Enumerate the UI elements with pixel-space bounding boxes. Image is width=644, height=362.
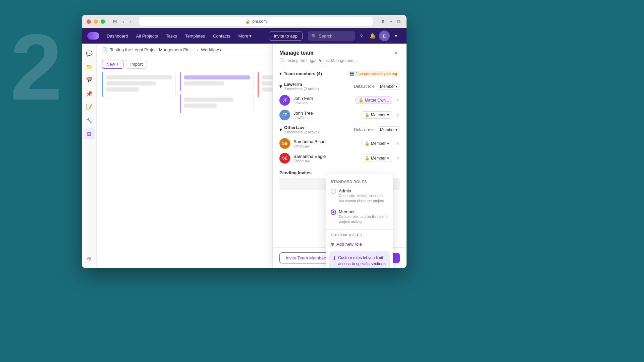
nav-more[interactable]: More ▾	[235, 32, 255, 40]
custom-roles-info-text: Custom roles let you limit access to spe…	[338, 255, 386, 268]
breadcrumb-separator: /	[197, 47, 198, 52]
otherlaw-default-role-select[interactable]: Member ▾	[378, 126, 400, 133]
sidebar-item-filter[interactable]: 🔧	[84, 115, 95, 126]
nav-templates[interactable]: Templates	[182, 32, 208, 40]
chevron-down-icon: ▾	[395, 84, 397, 89]
panel-title: Manage team	[279, 50, 313, 56]
add-new-role-button[interactable]: ⊕ Add new role	[326, 239, 393, 249]
doc-icon: 📄	[279, 58, 284, 63]
kanban-column-2	[180, 72, 254, 116]
minimize-traffic-light[interactable]	[94, 19, 98, 24]
tabs-btn[interactable]: ⧉	[396, 18, 402, 25]
invite-to-app-button[interactable]: Invite to app	[269, 32, 303, 41]
kanban-card[interactable]	[102, 72, 176, 97]
breadcrumb-current: Workflows	[201, 47, 221, 52]
custom-roles-info-box: ℹ Custom roles let you limit access to s…	[329, 251, 390, 268]
invite-team-members-button[interactable]: Invite Team Members	[279, 252, 334, 263]
import-button[interactable]: Import	[126, 60, 147, 69]
forward-btn[interactable]: ›	[128, 18, 132, 25]
member-info-samantha-bison: Samantha Bison OtherLaw	[293, 139, 358, 148]
panel-subtitle: 📄 Testing the Legal Project Management..…	[279, 58, 400, 63]
member-info-john-fern: John Fern LawFirm	[293, 96, 352, 105]
member-role-john-tree: 🔒 Member ▾	[362, 111, 392, 119]
sidebar-item-folder[interactable]: 📁	[84, 61, 95, 72]
member-row-john-tree: JT John Tree LawFirm 🔒 Member ▾	[279, 108, 400, 122]
member-org-john-tree: LawFirm	[293, 116, 358, 120]
sidebar-item-chat[interactable]: 💬	[84, 48, 95, 59]
chevron-down-icon: ▾	[387, 113, 389, 117]
sidebar-item-add[interactable]: ⊕	[84, 253, 95, 264]
share-btn[interactable]: ⬆	[380, 18, 386, 25]
group-otherlaw-name: OtherLaw	[284, 125, 319, 130]
role-badge-samantha-bison[interactable]: 🔒 Member ▾	[362, 140, 392, 147]
member-info-john-tree: John Tree LawFirm	[293, 111, 358, 120]
new-button[interactable]: New +	[102, 60, 123, 69]
member-org-samantha-bison: OtherLaw	[293, 144, 358, 148]
chevron-down-icon: ▾	[279, 71, 282, 76]
notifications-icon-btn[interactable]: 🔔	[368, 31, 378, 41]
remove-john-tree-button[interactable]: ×	[395, 111, 400, 119]
info-icon: ℹ	[333, 255, 335, 261]
nav-tasks[interactable]: Tasks	[163, 32, 180, 40]
new-tab-btn[interactable]: +	[388, 18, 394, 25]
plus-circle-icon: ⊕	[331, 242, 334, 247]
panel-close-button[interactable]: ×	[392, 49, 400, 57]
role-option-member[interactable]: Member Default role, can participate in …	[326, 206, 393, 227]
nav-contacts[interactable]: Contacts	[210, 32, 233, 40]
group-otherlaw-header: ▾ OtherLaw 2 members (2 active) Default …	[279, 122, 400, 136]
outside-org-badge: 👥 2 people outside your org	[347, 71, 400, 76]
lawfirm-default-role-select[interactable]: Member ▾	[378, 83, 400, 90]
maximize-traffic-light[interactable]	[101, 19, 105, 24]
chevron-down-icon: ▾	[387, 156, 389, 161]
member-name-samantha-eagle: Samantha Eagle	[293, 154, 358, 159]
content-area: 📄 Testing the Legal Project Mangement Pl…	[97, 44, 407, 268]
member-radio	[331, 209, 336, 215]
member-avatar-john-tree: JT	[279, 110, 290, 120]
breadcrumb-project[interactable]: Testing the Legal Project Mangement Plat…	[110, 47, 194, 52]
admin-option-title: Admin	[339, 188, 388, 193]
role-badge-samantha-eagle[interactable]: 🔒 Member ▾	[362, 155, 392, 162]
nav-dashboard[interactable]: Dashboard	[103, 32, 131, 40]
kanban-card[interactable]	[180, 72, 254, 91]
chevron-down-icon: ▾	[387, 141, 389, 146]
sidebar-item-notes[interactable]: 📝	[84, 101, 95, 113]
member-row-samantha-eagle: SE Samantha Eagle OtherLaw 🔒 Member ▾	[279, 151, 400, 166]
search-box[interactable]: 🔍 Search	[308, 31, 355, 41]
member-row-samantha-bison: SB Samantha Bison OtherLaw 🔒 Member ▾	[279, 136, 400, 151]
role-badge-john-tree[interactable]: 🔒 Member ▾	[362, 111, 392, 119]
remove-samantha-bison-button[interactable]: ×	[395, 140, 400, 147]
kanban-card[interactable]	[180, 94, 254, 113]
team-members-title: ▾ Team members (4)	[279, 71, 322, 76]
shield-icon: 🔒	[365, 141, 370, 146]
panel-title-row: Manage team ×	[279, 49, 400, 57]
search-icon: 🔍	[311, 34, 317, 39]
remove-john-fern-button[interactable]: ×	[395, 97, 400, 104]
sidebar-item-grid[interactable]: ⊞	[84, 128, 95, 139]
group-otherlaw-default-role: Default role: Member ▾	[354, 126, 400, 133]
browser-window: ⊞ ‹ › 🔒 lpm.com ⬆ + ⧉ Dashboard All Proj…	[82, 15, 407, 268]
close-traffic-light[interactable]	[87, 19, 91, 24]
panel-header: Manage team × 📄 Testing the Legal Projec…	[273, 44, 407, 66]
admin-option-desc: Can invite, delete, set roles, but canno…	[339, 193, 388, 204]
plus-icon: +	[116, 62, 119, 67]
shield-icon: 🔒	[365, 113, 370, 117]
address-bar[interactable]: 🔒 lpm.com	[139, 17, 373, 26]
sidebar-toggle-btn[interactable]: ⊞	[112, 18, 118, 25]
remove-samantha-eagle-button[interactable]: ×	[395, 155, 400, 162]
sidebar-item-calendar[interactable]: 📅	[84, 74, 95, 86]
member-option-desc: Default role, can participate in project…	[339, 214, 388, 225]
help-icon-btn[interactable]: ?	[356, 31, 366, 41]
people-icon: 👥	[350, 71, 354, 76]
browser-titlebar: ⊞ ‹ › 🔒 lpm.com ⬆ + ⧉	[82, 15, 407, 28]
back-btn[interactable]: ‹	[121, 18, 125, 25]
lock-icon: 🔒	[245, 19, 250, 24]
nav-all-projects[interactable]: All Projects	[133, 32, 161, 40]
role-badge-john-fern[interactable]: 🔒 Matter Own...	[356, 97, 392, 104]
user-avatar-btn[interactable]: E	[379, 31, 390, 41]
member-org-john-fern: LawFirm	[293, 101, 352, 105]
sidebar-item-pin[interactable]: 📌	[84, 88, 95, 99]
role-option-admin[interactable]: Admin Can invite, delete, set roles, but…	[326, 186, 393, 206]
member-avatar-john-fern: JF	[279, 95, 290, 106]
account-chevron-btn[interactable]: ▾	[391, 31, 401, 41]
member-org-samantha-eagle: OtherLaw	[293, 159, 358, 163]
